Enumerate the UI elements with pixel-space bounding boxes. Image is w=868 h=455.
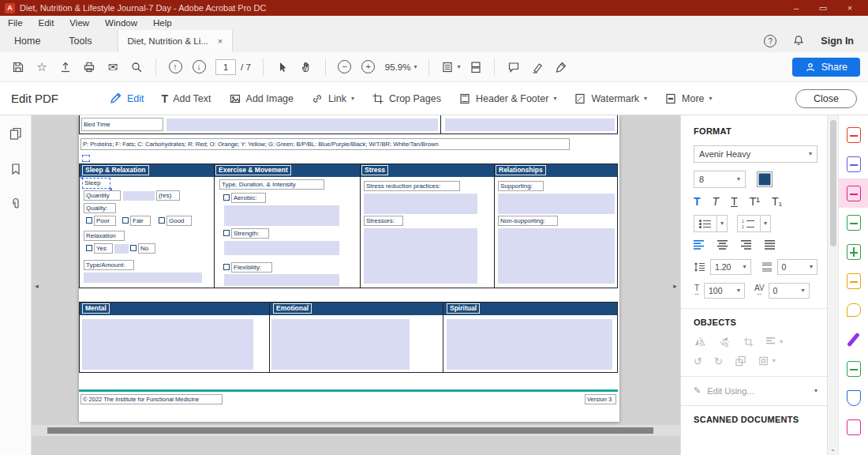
supporting-field[interactable] xyxy=(498,194,615,214)
poor-checkbox[interactable] xyxy=(86,217,92,224)
close-document-icon[interactable]: × xyxy=(218,36,223,46)
header-stress[interactable]: Stress xyxy=(361,165,388,175)
select-tool-icon[interactable] xyxy=(272,57,293,77)
aerobic-checkbox[interactable] xyxy=(223,194,230,201)
minimize-button[interactable]: – xyxy=(783,3,810,13)
supporting-label[interactable]: Supporting: xyxy=(498,181,544,191)
maximize-button[interactable]: ▭ xyxy=(810,3,836,13)
superscript-button[interactable]: T¹ xyxy=(750,196,760,207)
close-edit-pdf-button[interactable]: Close xyxy=(795,89,857,108)
send-for-signature-tool[interactable] xyxy=(839,412,868,442)
edit-tool-button[interactable]: Edit xyxy=(109,92,144,105)
copyright-label[interactable]: © 2022 The Institute for Functional Medi… xyxy=(80,394,223,404)
bedtime-field[interactable] xyxy=(166,118,438,131)
hand-tool-icon[interactable] xyxy=(296,57,316,77)
no-label[interactable]: No xyxy=(138,243,155,254)
poor-label[interactable]: Poor xyxy=(94,216,116,226)
watermark-button[interactable]: Watermark ▾ xyxy=(574,92,647,105)
version-label[interactable]: Version 3 xyxy=(585,394,616,404)
flexibility-checkbox[interactable] xyxy=(223,264,230,270)
relaxation-label[interactable]: Relaxation xyxy=(84,231,125,241)
tab-tools[interactable]: Tools xyxy=(54,30,106,52)
quantity-label[interactable]: Quantity xyxy=(84,190,121,201)
color-legend-label[interactable]: P: Proteins; F: Fats; C: Carbohydrates; … xyxy=(80,138,570,150)
header-sleep-relaxation[interactable]: Sleep & Relaxation xyxy=(82,165,149,175)
strength-field[interactable] xyxy=(224,241,339,255)
character-spacing-select[interactable]: 0 ▾ xyxy=(769,283,810,299)
spiritual-field[interactable] xyxy=(447,319,612,370)
sleep-text-selected[interactable]: Sleep xyxy=(82,178,110,189)
attachments-icon[interactable] xyxy=(9,197,22,213)
print-icon[interactable] xyxy=(79,57,99,77)
share-file-icon[interactable] xyxy=(55,57,76,77)
quantity-field[interactable] xyxy=(123,191,155,201)
help-icon[interactable]: ? xyxy=(764,35,776,47)
flexibility-field[interactable] xyxy=(224,274,339,286)
arrange-overlap-button[interactable] xyxy=(735,355,746,367)
scan-ocr-tool[interactable] xyxy=(839,266,868,295)
vertical-scrollbar[interactable]: ⌄ xyxy=(827,115,838,455)
export-pdf-tool[interactable] xyxy=(839,208,868,237)
email-icon[interactable]: ✉ xyxy=(103,57,123,77)
organize-pages-tool[interactable] xyxy=(839,237,868,266)
add-image-button[interactable]: Add Image xyxy=(229,92,294,105)
page-thumbnails-icon[interactable] xyxy=(9,126,23,144)
tab-home[interactable]: Home xyxy=(0,30,54,52)
flip-horizontal-button[interactable] xyxy=(694,337,706,348)
next-page-icon[interactable]: ↓ xyxy=(189,57,209,77)
stressors-field[interactable] xyxy=(364,228,477,284)
arrange-select[interactable]: ▾ xyxy=(758,355,776,367)
zoom-out-icon[interactable]: − xyxy=(335,57,355,77)
edit-pdf-tool[interactable] xyxy=(839,179,868,208)
combine-files-tool[interactable] xyxy=(839,149,868,179)
subscript-button[interactable]: T₁ xyxy=(772,196,782,207)
expand-right-panel-icon[interactable]: ▸ xyxy=(671,278,679,294)
mental-field[interactable] xyxy=(82,319,253,370)
bookmarks-icon[interactable] xyxy=(9,163,22,179)
rotate-cw-button[interactable]: ↻ xyxy=(714,356,723,367)
add-text-button[interactable]: T Add Text xyxy=(162,92,211,105)
zoom-in-icon[interactable]: + xyxy=(358,57,379,77)
menu-window[interactable]: Window xyxy=(105,18,137,28)
fair-checkbox[interactable] xyxy=(122,217,129,224)
link-button[interactable]: Link ▾ xyxy=(311,92,354,105)
header-footer-button[interactable]: Header & Footer ▾ xyxy=(458,92,556,105)
stress-practices-field[interactable] xyxy=(364,194,477,214)
exercise-subtitle-label[interactable]: Type, Duration, & Intensity xyxy=(219,179,324,190)
previous-page-icon[interactable]: ↑ xyxy=(165,57,185,77)
rotate-ccw-button[interactable]: ↺ xyxy=(694,356,702,367)
font-family-select[interactable]: Avenir Heavy ▾ xyxy=(694,145,817,163)
menu-file[interactable]: File xyxy=(8,18,23,28)
page-number-input[interactable]: 1 xyxy=(215,59,236,75)
flexibility-label[interactable]: Flexibility: xyxy=(231,262,272,273)
create-pdf-tool[interactable] xyxy=(839,120,868,149)
type-amount-field[interactable] xyxy=(84,273,202,283)
comment-icon[interactable] xyxy=(503,57,524,77)
highlight-icon[interactable] xyxy=(527,57,548,77)
header-emotional[interactable]: Emotional xyxy=(273,303,312,314)
flip-vertical-button[interactable] xyxy=(718,337,731,348)
bedtime-field-2[interactable] xyxy=(445,118,615,131)
bedtime-label[interactable]: Bed Time xyxy=(81,118,163,131)
emotional-field[interactable] xyxy=(271,319,410,370)
non-supporting-label[interactable]: Non-supporting: xyxy=(498,216,558,226)
header-exercise-movement[interactable]: Exercise & Movement xyxy=(215,165,291,175)
line-spacing-select[interactable]: 1.20 ▾ xyxy=(710,259,751,275)
crop-pages-button[interactable]: Crop Pages xyxy=(372,92,441,105)
bulleted-list-select[interactable]: ▾ xyxy=(694,215,728,232)
horizontal-scrollbar[interactable] xyxy=(32,425,680,436)
close-window-button[interactable]: × xyxy=(836,3,863,13)
header-spiritual[interactable]: Spiritual xyxy=(447,303,480,314)
edit-using-select[interactable]: ✎ Edit Using... ▾ xyxy=(694,385,817,396)
paragraph-spacing-select[interactable]: 0 ▾ xyxy=(777,259,818,275)
font-size-select[interactable]: 8 ▾ xyxy=(694,171,746,188)
menu-help[interactable]: Help xyxy=(153,18,172,28)
comment-tool[interactable] xyxy=(839,295,868,325)
relaxation-yes-checkbox[interactable] xyxy=(86,245,92,251)
page-fit-select[interactable]: ▾ xyxy=(438,59,463,75)
favorites-star-icon[interactable]: ☆ xyxy=(32,57,52,77)
hrs-label[interactable]: (hrs) xyxy=(156,190,180,201)
more-button[interactable]: More ▾ xyxy=(664,92,713,105)
vertical-scrollbar-thumb[interactable] xyxy=(830,120,836,246)
strength-checkbox[interactable] xyxy=(223,230,230,236)
